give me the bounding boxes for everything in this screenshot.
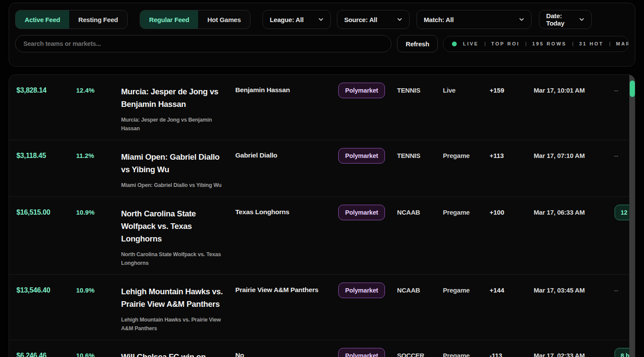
toggle-resting-feed[interactable]: Resting Feed <box>69 10 127 29</box>
chevron-down-icon <box>397 17 402 22</box>
row-match-title: Murcia: Jesper de Jong vs Benjamin Hassa… <box>121 85 227 110</box>
row-time: Mar 17, 03:45 AM <box>534 285 599 333</box>
toggle-regular-feed[interactable]: Regular Feed <box>140 10 199 29</box>
row-odds: +100 <box>490 207 534 267</box>
live-dot-icon <box>452 42 457 46</box>
row-team: No <box>235 351 338 357</box>
filter-panel: Active Feed Resting Feed Regular Feed Ho… <box>9 3 635 67</box>
match-filter-label: Match: All <box>424 16 454 23</box>
row-team: Texas Longhorns <box>235 207 338 267</box>
feed-type-toggle-group: Regular Feed Hot Games <box>140 10 250 29</box>
feed-table-row[interactable]: $16,515.00 10.9% North Carolina State Wo… <box>9 196 635 274</box>
status-separator: | <box>572 41 574 46</box>
scrollbar-thumb[interactable] <box>630 80 635 97</box>
row-match-subtitle: Miami Open: Gabriel Diallo vs Yibing Wu <box>121 181 227 190</box>
feed-table-row[interactable]: $3,118.45 11.2% Miami Open: Gabriel Dial… <box>9 140 635 196</box>
feed-table-panel: $3,828.14 12.4% Murcia: Jesper de Jong v… <box>9 74 635 357</box>
match-filter-dropdown[interactable]: Match: All <box>417 10 532 29</box>
bets-dash: -- <box>599 151 618 159</box>
row-match-subtitle: Lehigh Mountain Hawks vs. Prairie View A… <box>121 315 227 333</box>
row-amount: $3,118.45 <box>16 151 76 190</box>
row-status: Pregame <box>443 351 490 357</box>
row-team: Benjamin Hassan <box>235 85 338 133</box>
row-status: Pregame <box>443 285 490 333</box>
row-odds: +113 <box>490 151 534 190</box>
search-input[interactable] <box>15 35 391 52</box>
row-source-cell: Polymarket <box>338 151 397 190</box>
row-amount: $3,828.14 <box>16 85 76 133</box>
row-team: Gabriel Diallo <box>235 151 338 190</box>
toggle-hot-games[interactable]: Hot Games <box>198 10 250 29</box>
source-filter-label: Source: All <box>344 16 377 23</box>
row-roi: 12.4% <box>76 85 121 133</box>
row-source-cell: Polymarket <box>338 85 397 133</box>
source-badge[interactable]: Polymarket <box>338 283 385 298</box>
row-match-subtitle: Murcia: Jesper de Jong vs Benjamin Hassa… <box>121 116 227 133</box>
row-match-title: North Carolina State Wolfpack vs. Texas … <box>121 207 227 245</box>
league-filter-dropdown[interactable]: League: All <box>263 10 331 29</box>
feed-table-row[interactable]: $3,828.14 12.4% Murcia: Jesper de Jong v… <box>9 75 635 140</box>
row-sport: SOCCER <box>397 351 443 357</box>
app-screen: Active Feed Resting Feed Regular Feed Ho… <box>0 0 644 357</box>
status-row-count: 195 ROWS <box>532 41 567 46</box>
row-time: Mar 17, 07:10 AM <box>534 151 599 190</box>
feed-toggle-group: Active Feed Resting Feed <box>15 10 128 29</box>
source-badge[interactable]: Polymarket <box>338 348 385 357</box>
row-status: Live <box>443 85 490 133</box>
search-row: Refresh LIVE | TOP ROI | 195 ROWS | 31 H… <box>15 35 629 52</box>
row-roi: 10.9% <box>76 207 121 267</box>
bets-dash: -- <box>599 85 618 94</box>
date-filter-dropdown[interactable]: Date: Today <box>539 10 592 29</box>
league-filter-label: League: All <box>270 16 304 23</box>
row-title-block: Lehigh Mountain Hawks vs. Prairie View A… <box>121 285 235 333</box>
source-filter-dropdown[interactable]: Source: All <box>337 10 410 29</box>
row-sport: TENNIS <box>397 151 443 190</box>
row-roi: 10.6% <box>76 351 121 357</box>
row-match-title: Miami Open: Gabriel Diallo vs Yibing Wu <box>121 151 227 176</box>
status-separator: | <box>609 41 610 46</box>
row-odds: -113 <box>490 351 534 357</box>
toggle-active-feed[interactable]: Active Feed <box>16 10 69 29</box>
source-badge[interactable]: Polymarket <box>338 83 385 98</box>
row-source-cell: Polymarket <box>338 207 397 267</box>
feed-table-row[interactable]: $6,246.46 10.6% Will Chelsea FC win on 2… <box>9 340 635 357</box>
row-time: Mar 17, 02:33 AM <box>534 351 599 357</box>
scrollbar-track[interactable] <box>629 75 635 357</box>
row-status: Pregame <box>443 151 490 190</box>
feed-table-row[interactable]: $13,546.40 10.9% Lehigh Mountain Hawks v… <box>9 274 635 340</box>
row-match-title: Will Chelsea FC win on 2026-03-17? <box>121 351 227 357</box>
row-amount: $16,515.00 <box>16 207 76 267</box>
status-separator: | <box>525 41 527 46</box>
status-top-roi: TOP ROI <box>491 41 520 46</box>
chevron-down-icon <box>519 17 524 22</box>
row-amount: $6,246.46 <box>16 351 76 357</box>
source-badge[interactable]: Polymarket <box>338 205 385 220</box>
row-title-block: Will Chelsea FC win on 2026-03-17? Will … <box>121 351 235 357</box>
source-badge[interactable]: Polymarket <box>338 148 385 164</box>
row-title-block: Murcia: Jesper de Jong vs Benjamin Hassa… <box>121 85 235 133</box>
status-separator: | <box>484 41 486 46</box>
row-team: Prairie View A&M Panthers <box>235 285 338 333</box>
row-source-cell: Polymarket <box>338 351 397 357</box>
row-title-block: North Carolina State Wolfpack vs. Texas … <box>121 207 235 267</box>
row-amount: $13,546.40 <box>16 285 76 333</box>
status-live: LIVE <box>463 41 478 46</box>
row-sport: NCAAB <box>397 207 443 267</box>
row-source-cell: Polymarket <box>338 285 397 333</box>
row-match-title: Lehigh Mountain Hawks vs. Prairie View A… <box>121 285 227 310</box>
row-sport: NCAAB <box>397 285 443 333</box>
row-title-block: Miami Open: Gabriel Diallo vs Yibing Wu … <box>121 151 235 190</box>
row-roi: 10.9% <box>76 285 121 333</box>
row-odds: +159 <box>490 85 534 133</box>
status-bar: LIVE | TOP ROI | 195 ROWS | 31 HOT | MAR… <box>443 36 629 52</box>
row-time: Mar 17, 06:33 AM <box>534 207 599 267</box>
refresh-button[interactable]: Refresh <box>397 35 438 52</box>
chevron-down-icon <box>579 17 584 22</box>
row-status: Pregame <box>443 207 490 267</box>
feed-table-body: $3,828.14 12.4% Murcia: Jesper de Jong v… <box>9 75 635 357</box>
row-sport: TENNIS <box>397 85 443 133</box>
row-match-subtitle: North Carolina State Wolfpack vs. Texas … <box>121 250 227 267</box>
bets-dash: -- <box>599 285 618 294</box>
status-hot-count: 31 HOT <box>579 41 604 46</box>
row-roi: 11.2% <box>76 151 121 190</box>
